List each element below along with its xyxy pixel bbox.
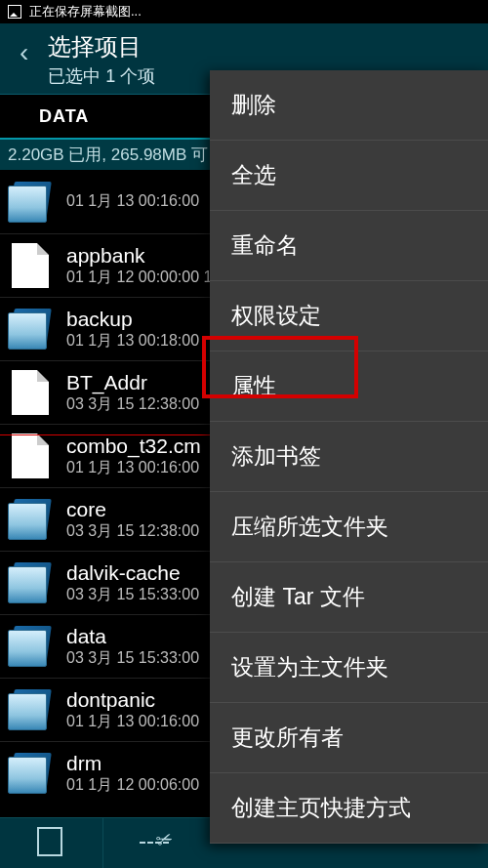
file-icon [8, 434, 53, 478]
menu-properties[interactable]: 属性 [210, 351, 488, 422]
folder-icon [8, 307, 53, 351]
copy-button[interactable] [0, 818, 102, 868]
file-name: BT_Addr [66, 371, 199, 394]
file-name: combo_t32.cm [66, 434, 201, 458]
file-date: 01 1月 13 00:18:00 [66, 331, 199, 351]
menu-rename[interactable]: 重命名 [210, 211, 488, 281]
file-date: 03 3月 15 15:33:00 [66, 648, 199, 669]
folder-icon [8, 180, 53, 225]
file-date: 03 3月 15 12:38:00 [66, 521, 199, 542]
picture-icon [8, 5, 21, 19]
file-date: 01 1月 13 00:16:00 [66, 191, 199, 212]
file-name: data [66, 625, 199, 648]
status-text: 正在保存屏幕截图... [29, 3, 142, 21]
file-name: backup [66, 308, 199, 331]
menu-compress[interactable]: 压缩所选文件夹 [210, 492, 488, 562]
folder-icon [8, 751, 53, 796]
file-date: 01 1月 12 00:00:00 1 [66, 268, 212, 288]
folder-icon [8, 560, 53, 605]
file-date: 01 1月 13 00:16:00 [66, 712, 199, 732]
file-name: dalvik-cache [66, 561, 199, 585]
selection-count: 已选中 1 个项 [48, 64, 155, 88]
folder-icon [8, 687, 53, 732]
file-name: appbank [66, 244, 212, 268]
header-titles: 选择项目 已选中 1 个项 [48, 31, 155, 88]
file-date: 01 1月 12 00:06:00 [66, 775, 199, 796]
menu-permissions[interactable]: 权限设定 [210, 281, 488, 351]
status-bar: 正在保存屏幕截图... [0, 0, 488, 23]
menu-set-home[interactable]: 设置为主文件夹 [210, 633, 488, 703]
file-name: drm [66, 752, 199, 775]
file-date: 03 3月 15 12:38:00 [66, 394, 199, 415]
menu-create-tar[interactable]: 创建 Tar 文件 [210, 562, 488, 633]
menu-bookmark[interactable]: 添加书签 [210, 422, 488, 492]
folder-icon [8, 497, 53, 542]
file-icon [8, 370, 53, 415]
file-name: dontpanic [66, 688, 199, 712]
file-icon [8, 243, 53, 288]
menu-select-all[interactable]: 全选 [210, 141, 488, 211]
tab-data[interactable]: DATA [0, 106, 128, 127]
file-date: 03 3月 15 15:33:00 [66, 585, 199, 605]
folder-icon [8, 624, 53, 669]
cut-icon [140, 832, 169, 855]
menu-create-shortcut[interactable]: 创建主页快捷方式 [210, 773, 488, 844]
context-menu: 删除 全选 重命名 权限设定 属性 添加书签 压缩所选文件夹 创建 Tar 文件… [210, 70, 488, 844]
cut-button[interactable] [102, 818, 205, 868]
copy-icon [41, 831, 62, 856]
back-button[interactable]: ‹ [14, 31, 48, 68]
menu-delete[interactable]: 删除 [210, 70, 488, 141]
menu-change-owner[interactable]: 更改所有者 [210, 703, 488, 773]
page-title: 选择项目 [48, 31, 155, 62]
file-name: core [66, 498, 199, 521]
file-date: 01 1月 13 00:16:00 [66, 458, 201, 478]
